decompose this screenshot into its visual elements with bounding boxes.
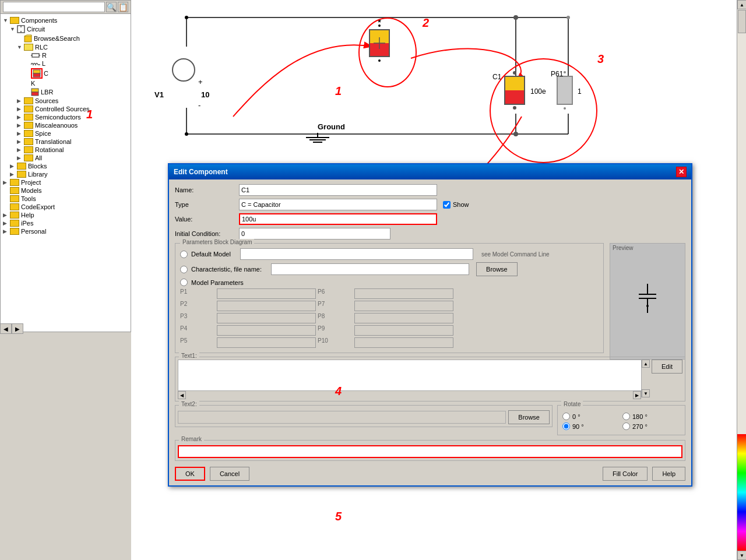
text1-scroll-up[interactable]: ▲: [642, 360, 650, 368]
p7-input[interactable]: [354, 301, 453, 311]
browse2-button[interactable]: Browse: [508, 410, 550, 424]
text1-scroll-left[interactable]: ◀: [178, 391, 186, 399]
rotate-section: Rotate 0 ° 180 ° 90 °: [557, 405, 685, 435]
search-button[interactable]: 🔍: [106, 2, 117, 12]
value-input[interactable]: [239, 213, 437, 225]
tree-label-k: K: [31, 80, 35, 87]
name-input[interactable]: [239, 184, 437, 196]
tree-item-sources[interactable]: ▶ Sources: [1, 97, 131, 105]
c1-value-label: 100e: [530, 87, 546, 96]
p9-input[interactable]: [354, 325, 453, 336]
rotate-180-text: 180 °: [632, 413, 648, 420]
rotate-180-radio[interactable]: [622, 413, 630, 420]
default-model-radio[interactable]: [180, 251, 188, 258]
tree-item-misc[interactable]: ▶ Miscaleanouos: [1, 121, 131, 129]
c-icon: [33, 69, 41, 78]
search-input[interactable]: [3, 2, 105, 12]
tree-item-k[interactable]: K: [1, 79, 131, 87]
p1-label: P1: [180, 288, 215, 299]
svg-rect-10: [31, 89, 38, 92]
p61-top-dot: [564, 71, 566, 73]
tree-item-rlc[interactable]: ▼ RLC: [1, 43, 131, 51]
tree-item-ipes[interactable]: ▶ iPes: [1, 219, 131, 227]
tree-item-semiconductors[interactable]: ▶ Semiconductors: [1, 113, 131, 121]
remark-input[interactable]: [178, 445, 682, 458]
show-checkbox[interactable]: [443, 201, 451, 209]
tree-item-browse[interactable]: Browse&Search: [1, 34, 131, 43]
p2-label: P2: [180, 301, 215, 311]
tree-label-semiconductors: Semiconductors: [35, 114, 81, 121]
rotate-0-radio[interactable]: [562, 413, 570, 420]
scroll-thumb[interactable]: [738, 10, 746, 33]
p61-comp[interactable]: [557, 76, 573, 105]
p10-input[interactable]: [354, 337, 453, 348]
cancel-button[interactable]: Cancel: [210, 467, 249, 481]
fill-color-button[interactable]: Fill Color: [603, 467, 648, 481]
tree-item-translational[interactable]: ▶ Translational: [1, 138, 131, 146]
characteristic-label: Characteristic, file name:: [191, 266, 262, 273]
tree-item-all[interactable]: ▶ All: [1, 154, 131, 162]
type-input[interactable]: [239, 199, 437, 210]
show-checkbox-label: Show: [443, 201, 469, 209]
type-row: Type Show: [175, 199, 685, 210]
tree-item-project[interactable]: ▶ Project: [1, 178, 131, 186]
text1-scrollbar: ▲ ▼: [641, 360, 649, 397]
cap-comp-top[interactable]: *: [369, 29, 390, 57]
model-params-radio[interactable]: [180, 279, 188, 286]
tree-item-lbr[interactable]: LBR: [1, 87, 131, 97]
dialog-title-bar[interactable]: Edit Component ✕: [169, 164, 691, 179]
tree-item-l[interactable]: L: [1, 59, 131, 68]
panel-nav-right[interactable]: ▶: [12, 323, 23, 334]
p3-label: P3: [180, 313, 215, 323]
tree-item-spice[interactable]: ▶ Spice: [1, 129, 131, 138]
p4-input[interactable]: [217, 325, 316, 336]
anno-3: 3: [597, 52, 604, 66]
tree-item-library[interactable]: ▶ Library: [1, 170, 131, 178]
tree-item-help[interactable]: ▶ Help: [1, 211, 131, 219]
panel-nav-left[interactable]: ◀: [0, 323, 12, 334]
tree-label-ipes: iPes: [21, 220, 33, 227]
p1-input[interactable]: [217, 288, 316, 299]
tree-item-codeexport[interactable]: CodeExport: [1, 203, 131, 211]
dialog-close-button[interactable]: ✕: [676, 167, 687, 177]
p2-input[interactable]: [217, 301, 316, 311]
initial-condition-input[interactable]: [239, 228, 390, 240]
search-extra-button[interactable]: 📋: [118, 2, 128, 12]
tree-item-components[interactable]: ▼ Components: [1, 16, 131, 24]
rotate-270-radio[interactable]: [622, 422, 630, 430]
tree-item-models[interactable]: Models: [1, 186, 131, 195]
tree-item-personal[interactable]: ▶ Personal: [1, 227, 131, 235]
tree-item-controlled-sources[interactable]: ▶ Controlled Sources: [1, 105, 131, 113]
tree-label-tools: Tools: [21, 195, 36, 202]
p9-label: P9: [318, 325, 353, 336]
tree-item-c[interactable]: C: [1, 68, 131, 79]
characteristic-radio[interactable]: [180, 266, 188, 273]
tree-item-circuit[interactable]: ▼ Circuit: [1, 24, 131, 34]
rotate-90-radio[interactable]: [562, 422, 570, 430]
p3-input[interactable]: [217, 313, 316, 323]
characteristic-input[interactable]: [271, 263, 469, 275]
p5-input[interactable]: [217, 337, 316, 348]
tree-item-blocks[interactable]: ▶ Blocks: [1, 162, 131, 170]
tree-item-r[interactable]: R: [1, 51, 131, 59]
default-model-row: Default Model see Model Command Line: [180, 248, 599, 260]
browse-button[interactable]: Browse: [476, 262, 518, 276]
cap-c1[interactable]: [504, 76, 525, 105]
scroll-up[interactable]: ▲: [737, 0, 746, 9]
translational-icon: [24, 138, 33, 145]
p4-label: P4: [180, 325, 215, 336]
text1-scroll-down[interactable]: ▼: [642, 389, 650, 397]
type-label: Type: [175, 201, 239, 208]
p61-bottom-dot: [564, 107, 566, 110]
edit-button[interactable]: Edit: [652, 360, 682, 374]
tree-item-tools[interactable]: Tools: [1, 195, 131, 203]
text2-input[interactable]: [178, 411, 506, 424]
text1-scroll-right[interactable]: ▶: [633, 391, 641, 399]
default-model-input[interactable]: [240, 248, 473, 260]
tree-item-rotational[interactable]: ▶ Rotational: [1, 146, 131, 154]
p6-input[interactable]: [354, 288, 453, 299]
scroll-down[interactable]: ▼: [737, 551, 746, 560]
p8-input[interactable]: [354, 313, 453, 323]
ok-button[interactable]: OK: [175, 467, 205, 481]
help-dialog-button[interactable]: Help: [652, 467, 685, 481]
